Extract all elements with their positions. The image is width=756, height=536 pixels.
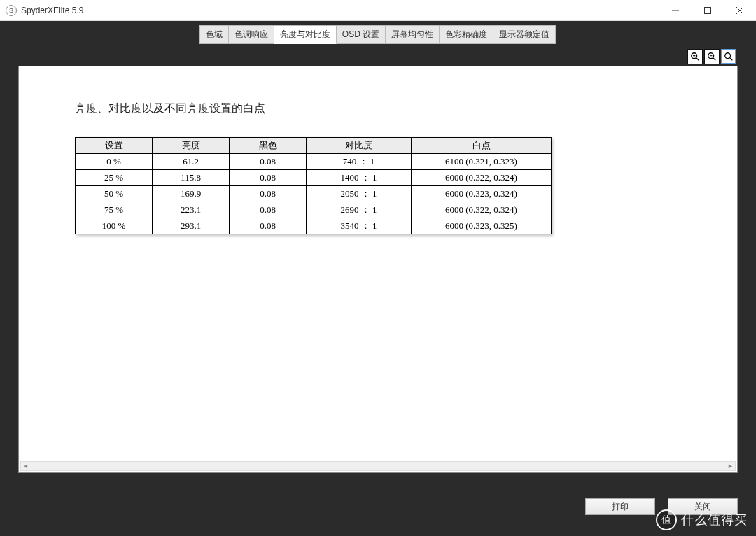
close-window-button[interactable] xyxy=(724,0,756,21)
maximize-button[interactable] xyxy=(692,0,724,21)
table-cell-black: 0.08 xyxy=(230,202,307,218)
tab-color-accuracy[interactable]: 色彩精确度 xyxy=(439,25,493,44)
table-cell-whitepoint: 6100 (0.321, 0.323) xyxy=(412,154,552,170)
table-header-row: 设置 亮度 黑色 对比度 白点 xyxy=(76,138,552,154)
tab-rating[interactable]: 显示器额定值 xyxy=(493,25,556,44)
scroll-left-icon[interactable]: ◄ xyxy=(22,463,29,470)
table-cell-whitepoint: 6000 (0.322, 0.324) xyxy=(412,202,552,218)
table-cell-contrast: 740 ： 1 xyxy=(307,154,412,170)
window-title: SpyderXElite 5.9 xyxy=(21,6,83,15)
table-cell-brightness: 293.1 xyxy=(153,218,230,234)
table-cell-setting: 100 % xyxy=(76,218,153,234)
scroll-right-icon[interactable]: ► xyxy=(727,463,734,470)
table-row: 75 %223.10.082690 ： 16000 (0.322, 0.324) xyxy=(76,202,552,218)
col-whitepoint: 白点 xyxy=(412,138,552,154)
col-brightness: 亮度 xyxy=(153,138,230,154)
table-row: 50 %169.90.082050 ： 16000 (0.323, 0.324) xyxy=(76,186,552,202)
zoom-out-button[interactable] xyxy=(704,49,720,64)
report-scroll-area[interactable]: 亮度、对比度以及不同亮度设置的白点 设置 亮度 黑色 对比度 白点 0 %61.… xyxy=(19,66,737,460)
svg-point-11 xyxy=(725,53,731,59)
table-cell-black: 0.08 xyxy=(230,218,307,234)
table-cell-black: 0.08 xyxy=(230,170,307,186)
table-row: 25 %115.80.081400 ： 16000 (0.322, 0.324) xyxy=(76,170,552,186)
bottom-button-bar: 打印 关闭 xyxy=(585,498,738,515)
table-cell-contrast: 3540 ： 1 xyxy=(307,218,412,234)
table-cell-whitepoint: 6000 (0.323, 0.324) xyxy=(412,186,552,202)
table-cell-contrast: 2690 ： 1 xyxy=(307,202,412,218)
zoom-toolbar xyxy=(687,49,736,64)
page-title: 亮度、对比度以及不同亮度设置的白点 xyxy=(75,101,737,116)
svg-rect-1 xyxy=(705,7,711,13)
col-contrast: 对比度 xyxy=(307,138,412,154)
table-cell-whitepoint: 6000 (0.323, 0.325) xyxy=(412,218,552,234)
tab-uniformity[interactable]: 屏幕均匀性 xyxy=(385,25,440,44)
print-button[interactable]: 打印 xyxy=(585,498,655,515)
table-cell-setting: 0 % xyxy=(76,154,153,170)
col-black: 黑色 xyxy=(230,138,307,154)
svg-line-9 xyxy=(713,58,716,61)
app-icon: S xyxy=(6,5,17,16)
table-row: 100 %293.10.083540 ： 16000 (0.323, 0.325… xyxy=(76,218,552,234)
tab-gamut[interactable]: 色域 xyxy=(200,25,229,44)
app-frame: 色域 色调响应 亮度与对比度 OSD 设置 屏幕均匀性 色彩精确度 显示器额定值… xyxy=(0,21,756,536)
table-cell-whitepoint: 6000 (0.322, 0.324) xyxy=(412,170,552,186)
svg-line-12 xyxy=(730,58,733,61)
report-panel: 亮度、对比度以及不同亮度设置的白点 设置 亮度 黑色 对比度 白点 0 %61.… xyxy=(18,66,738,473)
zoom-fit-button[interactable] xyxy=(721,49,736,64)
close-button[interactable]: 关闭 xyxy=(668,498,738,515)
svg-line-5 xyxy=(696,58,699,61)
table-cell-contrast: 1400 ： 1 xyxy=(307,170,412,186)
brightness-contrast-table: 设置 亮度 黑色 对比度 白点 0 %61.20.08740 ： 16100 (… xyxy=(75,137,552,234)
table-row: 0 %61.20.08740 ： 16100 (0.321, 0.323) xyxy=(76,154,552,170)
table-cell-setting: 75 % xyxy=(76,202,153,218)
zoom-in-button[interactable] xyxy=(687,49,703,64)
table-cell-brightness: 115.8 xyxy=(153,170,230,186)
table-cell-contrast: 2050 ： 1 xyxy=(307,186,412,202)
minimize-button[interactable] xyxy=(659,0,692,21)
table-cell-brightness: 61.2 xyxy=(153,154,230,170)
window-titlebar: S SpyderXElite 5.9 xyxy=(0,0,756,21)
tab-tone-response[interactable]: 色调响应 xyxy=(228,25,274,44)
tab-brightness-contrast[interactable]: 亮度与对比度 xyxy=(274,25,337,44)
table-cell-brightness: 223.1 xyxy=(153,202,230,218)
table-cell-black: 0.08 xyxy=(230,154,307,170)
table-cell-black: 0.08 xyxy=(230,186,307,202)
col-setting: 设置 xyxy=(76,138,153,154)
table-cell-brightness: 169.9 xyxy=(153,186,230,202)
tab-osd-settings[interactable]: OSD 设置 xyxy=(336,25,386,44)
horizontal-scrollbar[interactable]: ◄ ► xyxy=(20,461,736,471)
table-cell-setting: 25 % xyxy=(76,170,153,186)
table-cell-setting: 50 % xyxy=(76,186,153,202)
tab-strip: 色域 色调响应 亮度与对比度 OSD 设置 屏幕均匀性 色彩精确度 显示器额定值 xyxy=(0,21,756,44)
